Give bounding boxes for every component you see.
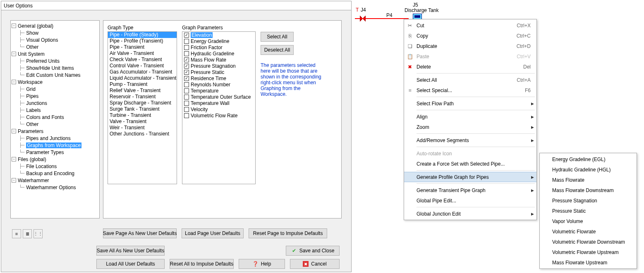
list-item[interactable]: Volumetric Flow Rate	[182, 112, 255, 119]
tree-item-workspace[interactable]: − Workspace	[12, 78, 98, 85]
menu-item[interactable]: Hydraulic Gradeline (HGL)	[540, 164, 637, 175]
menu-item[interactable]: Vapor Volume	[540, 216, 637, 226]
list-item[interactable]: Pump - Transient	[108, 81, 177, 88]
tree-item-parameters[interactable]: − Parameters	[12, 128, 98, 135]
tree-item-visual[interactable]: ├─Visual Options	[12, 36, 98, 43]
list-item[interactable]: Temperature Wall	[182, 100, 255, 106]
list-item[interactable]: Gas Accumulator - Transient	[108, 69, 177, 75]
minus-icon[interactable]: −	[12, 178, 16, 183]
menu-item[interactable]: Energy Gradeline (EGL)	[540, 154, 637, 164]
list-item[interactable]: Pipe - Profile (Transient)	[108, 38, 177, 44]
minus-icon[interactable]: −	[12, 52, 16, 56]
menu-item[interactable]: Volumetric Flowrate Upstream	[540, 247, 637, 257]
tree-item-show[interactable]: ├─Show	[12, 29, 98, 36]
tree-item-pipes-junctions[interactable]: ├─Pipes and Junctions	[12, 135, 98, 142]
save-page-defaults-button[interactable]: Save Page As New User Defaults	[103, 228, 177, 238]
tree-item-preferred-units[interactable]: ├─Preferred Units	[12, 57, 98, 64]
list-item[interactable]: Reservoir - Transient	[108, 94, 177, 100]
menu-item[interactable]: Generate Profile Graph for Pipes▶	[404, 172, 536, 182]
graph-parameters-listbox[interactable]: ✓ElevationEnergy GradelineFriction Facto…	[182, 31, 256, 184]
save-close-button[interactable]: ✔ Save and Close	[286, 246, 340, 256]
list-item[interactable]: Check Valve - Transient	[108, 57, 177, 63]
save-all-defaults-button[interactable]: Save All As New User Defaults	[96, 246, 165, 256]
list-item[interactable]: Pipe - Transient	[108, 44, 177, 50]
menu-item[interactable]: ✖DeleteDel	[404, 62, 536, 72]
tree-item-general[interactable]: − General (global)	[12, 22, 98, 29]
options-tree[interactable]: − General (global) ├─Show ├─Visual Optio…	[10, 20, 100, 218]
list-item[interactable]: ✓Pressure Stagnation	[182, 63, 255, 69]
tree-item-other1[interactable]: └─Other	[12, 43, 98, 50]
list-item[interactable]: Reynolds Number	[182, 81, 255, 88]
tree-item-graphs-from-workspace[interactable]: ├─Graphs from Workspace	[12, 142, 98, 149]
menu-item[interactable]: Volumetric Flowrate Downstream	[540, 237, 637, 247]
checkbox[interactable]	[184, 95, 189, 100]
pipe-p4-line[interactable]	[355, 18, 409, 19]
list-item[interactable]: ✓Pressure Static	[182, 69, 255, 75]
minus-icon[interactable]: −	[12, 157, 16, 161]
list-item[interactable]: Valve - Transient	[108, 119, 177, 125]
list-item[interactable]: ✓Elevation	[182, 32, 255, 38]
list-item[interactable]: Pipe - Profile (Steady)	[108, 32, 177, 38]
list-item[interactable]: Temperature	[182, 88, 255, 94]
tree-item-show-hide-units[interactable]: ├─Show/Hide Unit Items	[12, 64, 98, 71]
checkbox[interactable]	[184, 51, 189, 56]
checkbox[interactable]	[184, 82, 189, 87]
load-all-defaults-button[interactable]: Load All User Defaults	[96, 259, 165, 269]
junction-j5-tank-symbol[interactable]	[413, 14, 422, 19]
checkbox[interactable]	[184, 113, 189, 118]
minus-icon[interactable]: −	[12, 24, 16, 28]
tree-options-icon[interactable]: ⋮⋮	[34, 229, 43, 238]
list-item[interactable]: Liquid Accumulator - Transient	[108, 75, 177, 81]
minus-icon[interactable]: −	[12, 80, 16, 84]
menu-item[interactable]: ✂CutCtrl+X	[404, 20, 536, 31]
list-item[interactable]: ✓Mass Flow Rate	[182, 57, 255, 63]
tree-item-parameter-types[interactable]: └─Parameter Types	[12, 149, 98, 156]
list-item[interactable]: Temperature Outer Surface	[182, 94, 255, 100]
collapse-all-icon[interactable]: ≡	[12, 229, 21, 238]
tree-item-grid[interactable]: ├─Grid	[12, 85, 98, 93]
menu-item[interactable]: ❏DuplicateCtrl+D	[404, 41, 536, 51]
checkbox[interactable]: ✓	[184, 70, 189, 75]
reset-page-defaults-button[interactable]: Reset Page to Impulse Defaults	[249, 228, 327, 238]
deselect-all-button[interactable]: Deselect All	[261, 45, 294, 55]
menu-item[interactable]: Global Pipe Edit...	[404, 195, 536, 206]
tree-item-unit-system[interactable]: − Unit System	[12, 50, 98, 57]
checkbox[interactable]: ✓	[184, 64, 189, 69]
checkbox[interactable]	[184, 101, 189, 106]
checkbox[interactable]	[184, 39, 189, 44]
menu-item[interactable]: Volumetric Flowrate	[540, 226, 637, 237]
list-item[interactable]: Relief Valve - Transient	[108, 88, 177, 94]
tree-item-waterhammer[interactable]: − Waterhammer	[12, 177, 98, 184]
checkbox[interactable]: ✓	[184, 57, 189, 62]
load-page-defaults-button[interactable]: Load Page User Defaults	[182, 228, 244, 238]
expand-all-icon[interactable]: ≣	[23, 229, 32, 238]
list-item[interactable]: Surge Tank - Transient	[108, 106, 177, 112]
menu-item[interactable]: ⌗Select Special...F6	[404, 85, 536, 95]
list-item[interactable]: Turbine - Transient	[108, 112, 177, 119]
menu-item[interactable]: Mass Flowrate Upstream	[540, 257, 637, 268]
help-button[interactable]: ❓ Help	[239, 259, 285, 269]
profile-graph-submenu[interactable]: Energy Gradeline (EGL)Hydraulic Gradelin…	[539, 153, 637, 269]
list-item[interactable]: Energy Gradeline	[182, 38, 255, 44]
menu-item[interactable]: Select AllCtrl+A	[404, 75, 536, 85]
checkbox[interactable]: ✓	[184, 76, 189, 81]
menu-item[interactable]: Zoom▶	[404, 122, 536, 132]
tree-item-other2[interactable]: └─Other	[12, 121, 98, 128]
menu-item[interactable]: Pressure Static	[540, 206, 637, 216]
menu-item[interactable]: Create a Force Set with Selected Pipe...	[404, 159, 536, 169]
context-menu[interactable]: ✂CutCtrl+X⎘CopyCtrl+C❏DuplicateCtrl+D📋Pa…	[404, 19, 537, 220]
list-item[interactable]: Hydraulic Gradeline	[182, 50, 255, 57]
list-item[interactable]: ✓Residence Time	[182, 75, 255, 81]
cancel-button[interactable]: ✖ Cancel	[290, 259, 340, 269]
menu-item[interactable]: Align▶	[404, 112, 536, 122]
menu-item[interactable]: ⎘CopyCtrl+C	[404, 31, 536, 41]
select-all-button[interactable]: Select All	[261, 32, 294, 42]
checkbox[interactable]	[184, 45, 189, 50]
list-item[interactable]: Friction Factor	[182, 44, 255, 50]
checkbox[interactable]	[184, 107, 189, 112]
list-item[interactable]: Velocity	[182, 106, 255, 112]
tree-item-colors[interactable]: ├─Colors and Fonts	[12, 114, 98, 121]
checkbox[interactable]	[184, 88, 189, 93]
tree-item-labels[interactable]: ├─Labels	[12, 107, 98, 114]
tree-item-file-locations[interactable]: ├─File Locations	[12, 163, 98, 170]
